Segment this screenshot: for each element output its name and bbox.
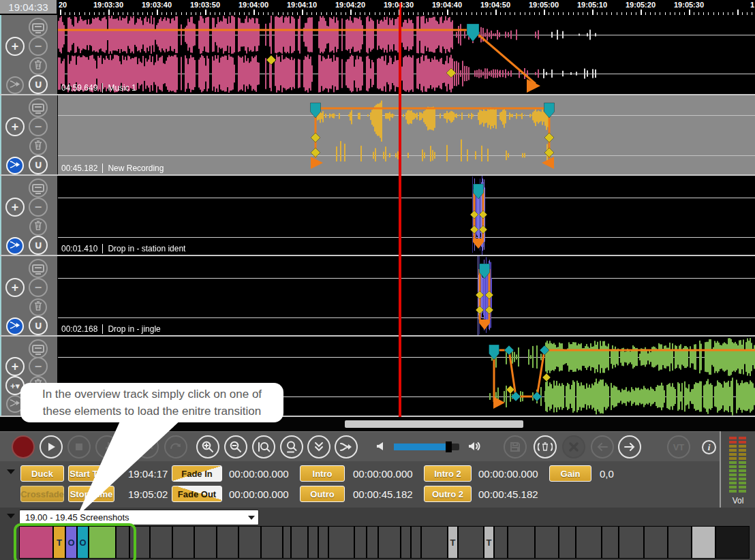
track-1-automix-button[interactable] (6, 76, 24, 94)
cancel-button[interactable] (562, 435, 585, 458)
track-4-monitor-button[interactable] (29, 259, 48, 278)
scroll-to-playhead-button[interactable] (307, 435, 330, 458)
track-5-monitor-button[interactable] (29, 339, 48, 358)
play-button[interactable] (40, 435, 63, 458)
track-5-add-button[interactable]: + (5, 357, 25, 376)
overview-segment[interactable] (692, 527, 716, 558)
track-1-add-button[interactable]: + (5, 37, 25, 56)
track-4-waveform-area[interactable]: 00:02.168Drop in - jingle (58, 256, 755, 335)
track-3-automix-button[interactable] (6, 237, 24, 255)
track-2-clip-envelope[interactable] (58, 95, 755, 174)
overview-segment[interactable] (262, 527, 283, 558)
track-1-clip-envelope[interactable] (58, 15, 755, 94)
overview-segment[interactable] (602, 527, 619, 558)
overview-segment[interactable] (619, 527, 645, 558)
track-3-waveform-area[interactable]: 00:01.410Drop in - station ident (58, 176, 755, 255)
overview-segment[interactable] (668, 527, 692, 558)
overview-segment[interactable] (173, 527, 195, 558)
overview-segment[interactable] (239, 527, 262, 558)
overview-segment[interactable] (355, 527, 367, 558)
track-1-monitor-button[interactable] (29, 18, 48, 37)
zoom-fit-button[interactable] (280, 435, 303, 458)
track-4-remove-button[interactable]: − (29, 278, 48, 297)
playhead-line[interactable] (399, 15, 401, 417)
start-time-button[interactable]: Start Time (68, 465, 114, 482)
overview-segment[interactable] (422, 527, 448, 558)
intro-button[interactable]: Intro (300, 465, 345, 482)
overview-segment[interactable] (459, 527, 484, 558)
overview-segment[interactable] (401, 527, 412, 558)
zoom-in-button[interactable] (196, 435, 219, 458)
zoom-out-button[interactable] (224, 435, 247, 458)
info-button[interactable]: i (702, 440, 716, 454)
fade-out-button[interactable]: Fade Out (172, 486, 222, 502)
track-2-monitor-button[interactable] (29, 98, 48, 117)
zoom-selection-button[interactable] (252, 435, 275, 458)
track-4-add-button[interactable]: + (5, 278, 25, 297)
overview-segment[interactable] (559, 527, 576, 558)
track-3-delete-button[interactable] (29, 218, 47, 236)
overview-segment[interactable] (508, 527, 536, 558)
track-2-automix-button[interactable] (6, 157, 24, 174)
overview-segment[interactable] (283, 527, 292, 558)
save-button[interactable] (504, 435, 527, 458)
track-2-waveform-area[interactable]: 00:45.182New Recording (58, 95, 755, 174)
track-4-envelope-button[interactable]: ∪ (29, 316, 48, 335)
overview-segment-t[interactable]: T (448, 527, 459, 558)
overview-segment[interactable] (292, 527, 309, 558)
track-1-delete-button[interactable] (29, 57, 47, 75)
timeline-ruler[interactable]: 19:03:3019:03:4019:03:5019:04:0019:04:10… (58, 0, 755, 15)
overview-segment[interactable] (309, 527, 319, 558)
redo-button[interactable] (164, 435, 187, 458)
add-note-button[interactable] (95, 435, 119, 458)
stop-button[interactable] (67, 435, 91, 458)
overview-segment[interactable] (319, 527, 329, 558)
voice-track-button[interactable]: VT (667, 435, 690, 458)
volume-slider[interactable] (394, 444, 459, 450)
track-2-delete-button[interactable] (29, 138, 47, 155)
overview-segment[interactable] (379, 527, 401, 558)
overview-segment[interactable] (536, 527, 559, 558)
stop-time-button[interactable]: Stop Time (68, 486, 114, 502)
track-1-waveform-area[interactable]: 04:59.649Music 1 (58, 15, 755, 94)
overview-segment[interactable] (495, 527, 508, 558)
volume-thumb[interactable] (446, 441, 452, 452)
duck-button[interactable]: Duck (20, 465, 64, 482)
overview-segment[interactable] (329, 527, 355, 558)
outro2-button[interactable]: Outro 2 (424, 486, 472, 502)
track-2-remove-button[interactable]: − (29, 117, 48, 136)
overview-segment[interactable] (367, 527, 379, 558)
overview-segment[interactable] (195, 527, 217, 558)
next-button[interactable] (618, 435, 641, 458)
fade-in-button[interactable]: Fade In (172, 465, 222, 482)
track-3-clip-envelope[interactable] (58, 176, 755, 255)
outro-button[interactable]: Outro (300, 486, 345, 502)
track-1-remove-button[interactable]: − (29, 37, 48, 56)
track-3-envelope-button[interactable]: ∪ (29, 236, 48, 255)
previous-button[interactable] (591, 435, 614, 458)
undo-button[interactable] (136, 435, 159, 458)
collapse-properties-icon[interactable] (7, 469, 15, 474)
intro2-button[interactable]: Intro 2 (424, 465, 472, 482)
overview-segment-t[interactable]: T (484, 527, 495, 558)
track-1-envelope-button[interactable]: ∪ (29, 75, 48, 94)
track-2-add-button[interactable]: + (5, 117, 25, 136)
track-3-add-button[interactable]: + (5, 198, 25, 217)
overview-segment[interactable] (412, 527, 422, 558)
overview-segment[interactable] (217, 527, 239, 558)
overview-segment[interactable] (645, 527, 668, 558)
collapse-overview-icon[interactable] (7, 514, 15, 518)
scrollbar-handle[interactable] (345, 420, 523, 428)
crossfade-button[interactable]: Crossfade (20, 486, 64, 502)
record-button[interactable] (12, 435, 35, 458)
overview-segment[interactable] (151, 527, 173, 558)
automix-button[interactable] (335, 435, 358, 458)
track-3-monitor-button[interactable] (29, 178, 48, 198)
gain-button[interactable]: Gain (549, 465, 591, 482)
overview-segment[interactable] (576, 527, 602, 558)
track-2-envelope-button[interactable]: ∪ (29, 155, 48, 174)
track-3-remove-button[interactable]: − (29, 198, 48, 217)
discard-recording-button[interactable] (534, 435, 557, 458)
track-4-delete-button[interactable] (29, 298, 47, 316)
track-5-remove-button[interactable]: − (29, 357, 48, 376)
